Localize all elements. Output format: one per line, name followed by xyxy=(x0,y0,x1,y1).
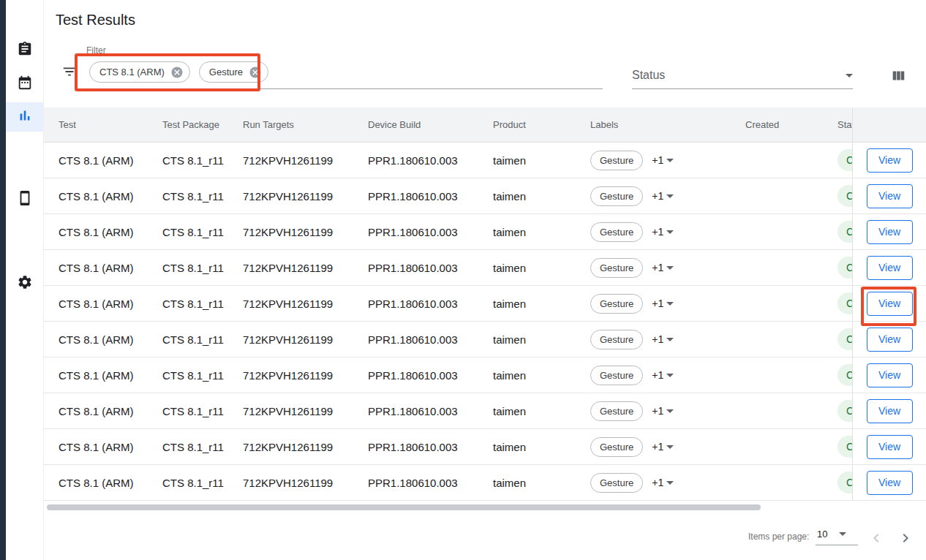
cell-status: C xyxy=(826,364,852,386)
action-cell: View xyxy=(853,178,926,214)
view-button[interactable]: View xyxy=(867,435,913,459)
table-row[interactable]: CTS 8.1 (ARM) CTS 8.1_r11 712KPVH1261199… xyxy=(44,214,852,250)
sidebar-item-settings[interactable] xyxy=(6,269,44,298)
sidebar-item-devices[interactable] xyxy=(6,185,44,214)
calendar-icon xyxy=(17,75,33,94)
chevron-down-icon xyxy=(666,374,674,377)
more-labels-dropdown[interactable]: +1 xyxy=(652,154,674,166)
close-icon[interactable] xyxy=(249,66,262,79)
cell-labels: Gesture +1 xyxy=(576,473,731,493)
cell-test: CTS 8.1 (ARM) xyxy=(44,298,148,310)
chevron-down-icon xyxy=(666,409,674,413)
sidebar-item-tests[interactable] xyxy=(6,36,44,65)
more-labels-dropdown[interactable]: +1 xyxy=(652,226,674,238)
chevron-down-icon xyxy=(846,74,853,77)
cell-labels: Gesture +1 xyxy=(576,366,731,385)
status-badge: C xyxy=(837,436,852,458)
cell-labels: Gesture +1 xyxy=(576,222,731,242)
cell-status: C xyxy=(826,149,852,171)
filter-underline xyxy=(88,88,603,89)
table-row[interactable]: CTS 8.1 (ARM) CTS 8.1_r11 712KPVH1261199… xyxy=(44,143,852,178)
more-labels-dropdown[interactable]: +1 xyxy=(652,333,674,345)
cell-status: C xyxy=(826,472,852,493)
cell-product: taimen xyxy=(478,333,576,346)
cell-status: C xyxy=(826,292,852,314)
cell-run-targets: 712KPVH1261199 xyxy=(228,405,353,417)
view-button[interactable]: View xyxy=(867,328,913,352)
table-row[interactable]: CTS 8.1 (ARM) CTS 8.1_r11 712KPVH1261199… xyxy=(44,357,852,393)
table-row[interactable]: CTS 8.1 (ARM) CTS 8.1_r11 712KPVH1261199… xyxy=(44,393,852,429)
cell-run-targets: 712KPVH1261199 xyxy=(228,369,353,382)
filter-chip-label: Gesture xyxy=(209,67,243,77)
table-row[interactable]: CTS 8.1 (ARM) CTS 8.1_r11 712KPVH1261199… xyxy=(44,465,852,501)
more-labels-dropdown[interactable]: +1 xyxy=(652,262,674,273)
label-chip: Gesture xyxy=(590,401,643,421)
table-row[interactable]: CTS 8.1 (ARM) CTS 8.1_r11 712KPVH1261199… xyxy=(44,429,852,465)
filter-chip[interactable]: Gesture xyxy=(199,61,268,83)
cell-test: CTS 8.1 (ARM) xyxy=(44,405,148,417)
view-button[interactable]: View xyxy=(867,363,913,387)
view-button[interactable]: View xyxy=(867,184,913,208)
chevron-down-icon xyxy=(666,230,674,234)
table-row[interactable]: CTS 8.1 (ARM) CTS 8.1_r11 712KPVH1261199… xyxy=(44,250,852,286)
table-row[interactable]: CTS 8.1 (ARM) CTS 8.1_r11 712KPVH1261199… xyxy=(44,322,852,357)
view-button[interactable]: View xyxy=(867,292,913,316)
status-select[interactable]: Status xyxy=(632,64,853,86)
status-badge: C xyxy=(837,257,852,279)
sidebar-item-results[interactable] xyxy=(6,102,44,132)
cell-test-package: CTS 8.1_r11 xyxy=(148,154,228,167)
cell-device-build: PPR1.180610.003 xyxy=(353,369,478,382)
view-button[interactable]: View xyxy=(867,471,913,495)
results-table: Test Test Package Run Targets Device Bui… xyxy=(44,107,852,502)
sidebar-item-plans[interactable] xyxy=(6,69,44,99)
cell-device-build: PPR1.180610.003 xyxy=(353,298,478,310)
cell-test-package: CTS 8.1_r11 xyxy=(148,298,228,310)
close-icon[interactable] xyxy=(170,66,184,79)
more-labels-dropdown[interactable]: +1 xyxy=(652,405,674,417)
horizontal-scrollbar[interactable] xyxy=(47,504,761,510)
cell-product: taimen xyxy=(478,154,576,167)
more-labels-dropdown[interactable]: +1 xyxy=(652,298,674,309)
action-cell: View xyxy=(853,357,926,393)
view-button[interactable]: View xyxy=(867,256,913,280)
filter-chip[interactable]: CTS 8.1 (ARM) xyxy=(89,61,190,83)
cell-labels: Gesture +1 xyxy=(576,330,731,349)
more-labels-dropdown[interactable]: +1 xyxy=(652,441,674,453)
label-chip: Gesture xyxy=(590,151,643,170)
chevron-down-icon xyxy=(839,532,846,536)
cell-status: C xyxy=(826,328,852,350)
items-per-page-select[interactable]: 10 xyxy=(817,529,846,540)
status-badge: C xyxy=(837,292,852,314)
table-row[interactable]: CTS 8.1 (ARM) CTS 8.1_r11 712KPVH1261199… xyxy=(44,178,852,214)
clipboard-icon xyxy=(17,41,33,60)
cell-test: CTS 8.1 (ARM) xyxy=(44,190,148,203)
previous-page-button[interactable] xyxy=(866,529,887,549)
cell-labels: Gesture +1 xyxy=(576,186,731,206)
table-row[interactable]: CTS 8.1 (ARM) CTS 8.1_r11 712KPVH1261199… xyxy=(44,286,852,322)
cell-test: CTS 8.1 (ARM) xyxy=(44,477,148,489)
column-header-test: Test xyxy=(44,119,148,130)
more-labels-dropdown[interactable]: +1 xyxy=(652,190,674,202)
cell-status: C xyxy=(826,185,852,207)
sidebar xyxy=(6,0,44,560)
filter-chip-list[interactable]: CTS 8.1 (ARM) Gesture xyxy=(89,61,268,83)
next-page-button[interactable] xyxy=(895,529,916,549)
view-button[interactable]: View xyxy=(867,220,913,244)
more-labels-count: +1 xyxy=(652,154,663,166)
status-badge: C xyxy=(837,221,852,243)
chevron-down-icon xyxy=(666,338,674,341)
column-view-icon[interactable] xyxy=(887,64,910,88)
more-labels-dropdown[interactable]: +1 xyxy=(652,477,674,488)
filter-icon[interactable] xyxy=(59,61,80,82)
column-header-product: Product xyxy=(478,119,576,130)
cell-test: CTS 8.1 (ARM) xyxy=(44,369,148,382)
cell-run-targets: 712KPVH1261199 xyxy=(228,298,353,310)
view-button[interactable]: View xyxy=(867,148,913,173)
cell-run-targets: 712KPVH1261199 xyxy=(228,226,353,238)
more-labels-dropdown[interactable]: +1 xyxy=(652,369,674,381)
status-badge: C xyxy=(837,328,852,350)
cell-run-targets: 712KPVH1261199 xyxy=(228,333,353,346)
action-column-header xyxy=(853,107,926,143)
view-button[interactable]: View xyxy=(867,399,913,423)
action-cell: View xyxy=(853,286,926,322)
